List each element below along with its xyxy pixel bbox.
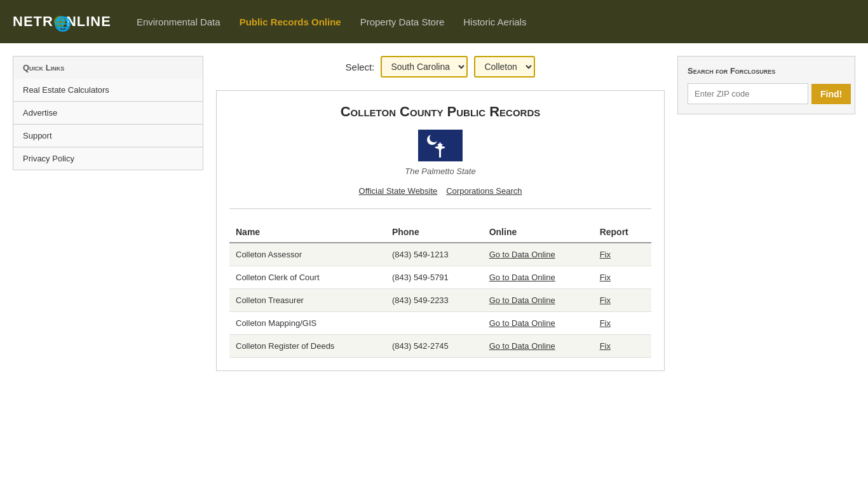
go-to-data-link[interactable]: Go to Data Online bbox=[489, 318, 555, 328]
sidebar: Quick Links Real Estate Calculators Adve… bbox=[13, 56, 203, 371]
state-links: Official State Website Corporations Sear… bbox=[229, 186, 651, 209]
logo-text: NETR🌐NLINE bbox=[13, 13, 111, 30]
go-to-data-link[interactable]: Go to Data Online bbox=[489, 341, 555, 351]
go-to-data-link[interactable]: Go to Data Online bbox=[489, 295, 555, 305]
find-button[interactable]: Find! bbox=[811, 84, 851, 104]
fix-link[interactable]: Fix bbox=[600, 341, 611, 351]
col-online: Online bbox=[483, 222, 593, 243]
record-phone: (843) 542-2745 bbox=[386, 335, 483, 358]
record-online[interactable]: Go to Data Online bbox=[483, 289, 593, 312]
record-phone bbox=[386, 312, 483, 335]
record-report[interactable]: Fix bbox=[593, 335, 651, 358]
logo-area[interactable]: NETR🌐NLINE bbox=[13, 13, 111, 30]
record-name: Colleton Register of Deeds bbox=[229, 335, 386, 358]
records-tbody: Colleton Assessor(843) 549-1213Go to Dat… bbox=[229, 243, 651, 358]
sidebar-item-privacy[interactable]: Privacy Policy bbox=[13, 147, 203, 170]
record-report[interactable]: Fix bbox=[593, 266, 651, 289]
official-state-website-link[interactable]: Official State Website bbox=[359, 186, 438, 196]
zip-row: Find! bbox=[688, 83, 845, 104]
nav-environmental[interactable]: Environmental Data bbox=[137, 17, 220, 27]
record-phone: (843) 549-2233 bbox=[386, 289, 483, 312]
table-row: Colleton Clerk of Court(843) 549-5791Go … bbox=[229, 266, 651, 289]
nav-public-records[interactable]: Public Records Online bbox=[240, 17, 341, 27]
sc-flag-image bbox=[418, 130, 463, 161]
foreclosure-box: Search for Forclosures Find! bbox=[677, 56, 855, 114]
right-sidebar: Search for Forclosures Find! bbox=[677, 56, 855, 371]
county-title: Colleton County Public Records bbox=[229, 104, 651, 120]
fix-link[interactable]: Fix bbox=[600, 318, 611, 328]
fix-link[interactable]: Fix bbox=[600, 250, 611, 259]
table-row: Colleton Assessor(843) 549-1213Go to Dat… bbox=[229, 243, 651, 266]
record-report[interactable]: Fix bbox=[593, 289, 651, 312]
record-name: Colleton Assessor bbox=[229, 243, 386, 266]
record-online[interactable]: Go to Data Online bbox=[483, 243, 593, 266]
col-phone: Phone bbox=[386, 222, 483, 243]
sidebar-item-real-estate[interactable]: Real Estate Calculators bbox=[13, 79, 203, 102]
zip-input[interactable] bbox=[688, 83, 808, 104]
record-online[interactable]: Go to Data Online bbox=[483, 266, 593, 289]
record-name: Colleton Clerk of Court bbox=[229, 266, 386, 289]
record-name: Colleton Treasurer bbox=[229, 289, 386, 312]
record-online[interactable]: Go to Data Online bbox=[483, 312, 593, 335]
col-name: Name bbox=[229, 222, 386, 243]
go-to-data-link[interactable]: Go to Data Online bbox=[489, 273, 555, 282]
select-label: Select: bbox=[346, 62, 375, 72]
fix-link[interactable]: Fix bbox=[600, 273, 611, 282]
state-flag-label: The Palmetto State bbox=[229, 166, 651, 176]
record-report[interactable]: Fix bbox=[593, 312, 651, 335]
table-row: Colleton Register of Deeds(843) 542-2745… bbox=[229, 335, 651, 358]
main-layout: Quick Links Real Estate Calculators Adve… bbox=[0, 43, 868, 371]
logo-globe-icon: 🌐 bbox=[54, 16, 65, 27]
nav-historic[interactable]: Historic Aerials bbox=[463, 17, 526, 27]
county-content: Colleton County Public Records bbox=[216, 90, 665, 371]
state-select[interactable]: South Carolina bbox=[381, 56, 468, 78]
go-to-data-link[interactable]: Go to Data Online bbox=[489, 250, 555, 259]
sidebar-item-support[interactable]: Support bbox=[13, 125, 203, 147]
quick-links-title: Quick Links bbox=[13, 56, 203, 79]
corporations-search-link[interactable]: Corporations Search bbox=[446, 186, 522, 196]
foreclosure-title: Search for Forclosures bbox=[688, 66, 845, 76]
fix-link[interactable]: Fix bbox=[600, 295, 611, 305]
sidebar-item-advertise[interactable]: Advertise bbox=[13, 102, 203, 125]
main-nav: Environmental Data Public Records Online… bbox=[137, 17, 527, 27]
header: NETR🌐NLINE Environmental Data Public Rec… bbox=[0, 0, 868, 43]
col-report: Report bbox=[593, 222, 651, 243]
table-header-row: Name Phone Online Report bbox=[229, 222, 651, 243]
table-row: Colleton Mapping/GISGo to Data OnlineFix bbox=[229, 312, 651, 335]
record-phone: (843) 549-1213 bbox=[386, 243, 483, 266]
record-online[interactable]: Go to Data Online bbox=[483, 335, 593, 358]
select-bar: Select: South Carolina Colleton bbox=[216, 56, 665, 78]
table-row: Colleton Treasurer(843) 549-2233Go to Da… bbox=[229, 289, 651, 312]
content-area: Select: South Carolina Colleton Colleton… bbox=[216, 56, 665, 371]
record-report[interactable]: Fix bbox=[593, 243, 651, 266]
nav-property[interactable]: Property Data Store bbox=[360, 17, 445, 27]
record-name: Colleton Mapping/GIS bbox=[229, 312, 386, 335]
svg-point-2 bbox=[430, 133, 438, 142]
records-table: Name Phone Online Report Colleton Assess… bbox=[229, 222, 651, 358]
county-select[interactable]: Colleton bbox=[474, 56, 535, 78]
flag-container bbox=[229, 130, 651, 163]
record-phone: (843) 549-5791 bbox=[386, 266, 483, 289]
